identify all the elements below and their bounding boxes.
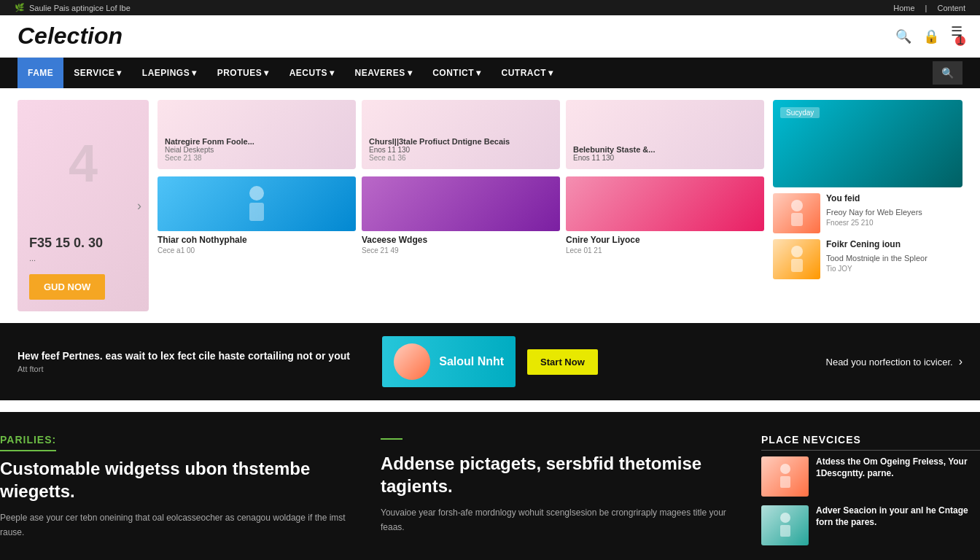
side-article-2-sub: Tood Mostniqle in the Spleor xyxy=(826,253,962,263)
side-article-1-meta: Fnoesr 25 210 xyxy=(826,219,962,227)
person-icon-3 xyxy=(774,460,796,493)
banner-tag: Sucyday xyxy=(780,107,820,118)
left-card-sub: ... xyxy=(29,254,137,262)
svg-rect-7 xyxy=(780,476,790,488)
bottom-col-1: PARILIES: Customable widgetss ubon thste… xyxy=(0,434,363,554)
svg-rect-5 xyxy=(791,259,803,272)
search-icon[interactable]: 🔍 xyxy=(895,28,911,44)
side-article-2-title: Foikr Cening ioun xyxy=(826,239,962,251)
article-header-1-meta: Sece 21 38 xyxy=(165,154,349,162)
bottom-col-2-text: Youvaioe year forsh-afe mordnlogy wohuit… xyxy=(381,506,744,534)
side-articles: You feid Freoy Nay for Web Eleyers Fnoes… xyxy=(773,193,962,279)
top-bar-left: 🌿 Saulie Pais aptingice Lof Ibe xyxy=(15,3,131,12)
article-img-purple xyxy=(362,176,560,231)
person-icon-2 xyxy=(786,243,808,276)
svg-point-0 xyxy=(249,186,264,201)
main-content: 4 F35 15 0. 30 ... GUD NOW › Natregire F… xyxy=(0,88,980,412)
side-article-2-img xyxy=(773,239,820,279)
nav-item-aecuts[interactable]: AECUTS ▾ xyxy=(279,58,345,88)
nav-item-fame[interactable]: FAME xyxy=(18,58,63,88)
side-article-2-meta: Tio JOY xyxy=(826,265,962,273)
header: Celection 🔍 🔒 ☰ 1 xyxy=(0,15,980,58)
left-card-title: F35 15 0. 30 xyxy=(29,236,137,251)
article-header-3-title: Belebunity Staste &... xyxy=(573,145,757,154)
side-article-1-title: You feid xyxy=(826,193,962,205)
side-article-2-content: Foikr Cening ioun Tood Mostniqle in the … xyxy=(826,239,962,273)
article-bottom-grid: Thiar coh Nothyphale Cece a1 00 Vaceese … xyxy=(158,176,764,254)
article-card-1[interactable]: Thiar coh Nothyphale Cece a1 00 xyxy=(158,176,356,254)
nav-item-laepings[interactable]: LAEPINGS ▾ xyxy=(132,58,207,88)
article-card-1-meta: Cece a1 00 xyxy=(158,246,356,254)
chevron-down-icon: ▾ xyxy=(408,68,413,78)
article-header-1-sub: Neial Deskepts xyxy=(165,146,349,154)
topbar-home-link[interactable]: Home xyxy=(893,4,914,12)
article-card-2[interactable]: Vaceese Wdges Sece 21 49 xyxy=(362,176,560,254)
person-icon-4 xyxy=(774,509,796,542)
chevron-down-icon: ▾ xyxy=(192,68,197,78)
article-card-2-title: Vaceese Wdges xyxy=(362,235,560,245)
menu-icon[interactable]: ☰ 1 xyxy=(951,23,962,50)
chevron-down-icon: ▾ xyxy=(264,68,269,78)
bottom-col-1-text: Peeple ase your cer tebn oneining that o… xyxy=(0,511,363,539)
bottom-col-2: Addense pictagets, sersbfid thetomise ta… xyxy=(381,434,744,554)
nav-search-button[interactable]: 🔍 xyxy=(933,61,962,85)
bottom-right-article-2-title: Adver Seacion in your anl he Cntage forn… xyxy=(816,505,980,528)
top-grid: 4 F35 15 0. 30 ... GUD NOW › Natregire F… xyxy=(18,100,962,311)
logo: Celection xyxy=(18,23,122,50)
bottom-col-2-accent xyxy=(381,434,402,440)
article-card-2-meta: Sece 21 49 xyxy=(362,246,560,254)
banner-person-avatar xyxy=(394,343,430,380)
bottom-right-article-1-content: Atdess the Om Ogeing Freless, Your 1Desc… xyxy=(816,456,980,481)
bottom-right-article-1[interactable]: Atdess the Om Ogeing Freless, Your 1Desc… xyxy=(761,456,980,497)
chevron-down-icon: ▾ xyxy=(476,68,481,78)
article-card-3[interactable]: Cnire Your Liyoce Lece 01 21 xyxy=(566,176,764,254)
side-article-1-sub: Freoy Nay for Web Eleyers xyxy=(826,207,962,217)
banner-center: Saloul Nnht xyxy=(382,336,516,387)
bottom-right-article-2[interactable]: Adver Seacion in your anl he Cntage forn… xyxy=(761,505,980,545)
svg-point-8 xyxy=(780,513,790,523)
svg-rect-3 xyxy=(791,213,803,226)
top-bar: 🌿 Saulie Pais aptingice Lof Ibe Home | C… xyxy=(0,0,980,15)
person-icon xyxy=(786,197,808,230)
person-illustration xyxy=(242,182,271,226)
cart-badge: 1 xyxy=(955,36,965,46)
chevron-down-icon: ▾ xyxy=(117,68,122,78)
article-header-2-meta: Sece a1 36 xyxy=(369,154,553,162)
article-card-1-title: Thiar coh Nothyphale xyxy=(158,235,356,245)
bottom-section: PARILIES: Customable widgetss ubon thste… xyxy=(0,412,980,560)
right-arrow-button[interactable]: › xyxy=(137,198,141,214)
go-now-button[interactable]: GUD NOW xyxy=(29,274,105,300)
banner-start-button[interactable]: Start Now xyxy=(527,349,598,375)
article-card-3-title: Cnire Your Liyoce xyxy=(566,235,764,245)
side-article-1-img xyxy=(773,193,820,233)
pink-top-card: Natregire Fonm Foole... Neial Deskepts S… xyxy=(158,100,356,169)
side-article-2[interactable]: Foikr Cening ioun Tood Mostniqle in the … xyxy=(773,239,962,279)
nav-item-neaveres[interactable]: NEAVERES ▾ xyxy=(345,58,423,88)
bottom-col-3: PLACE NEVCICES Atdess the Om Ogeing Frel… xyxy=(761,434,980,554)
side-article-1[interactable]: You feid Freoy Nay for Web Eleyers Fnoes… xyxy=(773,193,962,233)
topbar-content-link[interactable]: Content xyxy=(937,4,965,12)
user-icon[interactable]: 🔒 xyxy=(923,28,939,44)
nav-item-protues[interactable]: PROTUES ▾ xyxy=(207,58,279,88)
header-icons: 🔍 🔒 ☰ 1 xyxy=(895,23,962,50)
top-bar-right[interactable]: Home | Content xyxy=(893,4,965,12)
nav-item-cutract[interactable]: CUTRACT ▾ xyxy=(491,58,563,88)
nav-item-contict[interactable]: CONTICT ▾ xyxy=(422,58,491,88)
banner-left-sub: Att ftort xyxy=(18,365,370,373)
nav-item-service[interactable]: SERVICE ▾ xyxy=(63,58,131,88)
article-header-3: Belebunity Staste &... Enos 11 130 xyxy=(566,100,764,169)
side-article-1-content: You feid Freoy Nay for Web Eleyers Fnoes… xyxy=(826,193,962,227)
bottom-right-article-2-img xyxy=(761,505,809,545)
banner-left-title: Hew feef Pertnes. eas wait to lex fect c… xyxy=(18,350,370,362)
chevron-down-icon: ▾ xyxy=(330,68,335,78)
bottom-col-2-heading: Addense pictagets, sersbfid thetomise ta… xyxy=(381,452,744,497)
svg-rect-1 xyxy=(249,203,264,221)
banner-center-label: Saloul Nnht xyxy=(439,355,504,368)
article-img-pink xyxy=(566,176,764,231)
bottom-col-3-title: PLACE NEVCICES xyxy=(761,434,980,451)
bottom-right-article-1-img xyxy=(761,456,809,497)
svg-rect-9 xyxy=(780,525,790,537)
article-header-1-title: Natregire Fonm Foole... xyxy=(165,137,349,146)
banner-left: Hew feef Pertnes. eas wait to lex fect c… xyxy=(18,350,370,373)
banner-right-arrow-icon[interactable]: › xyxy=(959,355,962,368)
